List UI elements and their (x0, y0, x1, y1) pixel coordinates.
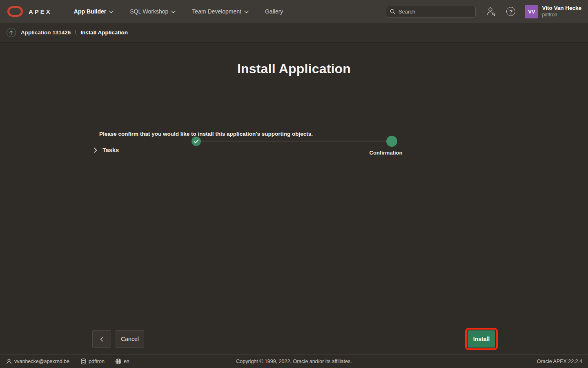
help-button[interactable]: ? (504, 5, 517, 18)
database-icon (80, 358, 87, 365)
wizard-nav-buttons: Cancel (92, 330, 144, 348)
wizard-progress-line (196, 141, 392, 141)
nav-gallery-label: Gallery (265, 8, 283, 15)
search-box[interactable] (386, 6, 476, 18)
chevron-left-icon (100, 337, 103, 342)
search-input[interactable] (399, 9, 472, 15)
breadcrumb-current: Install Application (80, 29, 128, 36)
install-button[interactable]: Install (468, 330, 495, 348)
previous-step-button[interactable] (92, 330, 111, 348)
apex-version: Oracle APEX 22.2.4 (537, 359, 582, 364)
wizard-step-current (386, 136, 397, 147)
user-wrench-icon (486, 7, 497, 16)
cancel-button[interactable]: Cancel (116, 330, 144, 348)
footer-language[interactable]: en (115, 358, 129, 365)
wizard-step-label: Confirmation (359, 150, 412, 156)
footer-user[interactable]: vvanhecke@apexrnd.be (6, 358, 69, 365)
nav-team-development[interactable]: Team Development (184, 0, 257, 23)
nav-app-builder[interactable]: App Builder (66, 0, 122, 23)
footer-user-email: vvanhecke@apexrnd.be (14, 359, 69, 364)
search-icon (390, 9, 395, 15)
avatar: VV (525, 5, 538, 18)
checkmark-icon (194, 139, 199, 144)
chevron-down-icon (244, 11, 249, 13)
nav-gallery[interactable]: Gallery (257, 0, 291, 23)
chevron-right-icon (94, 148, 97, 153)
chevron-down-icon (109, 11, 114, 13)
footer-workspace-name: pdftron (89, 359, 105, 364)
nav-team-development-label: Team Development (192, 8, 241, 15)
chevron-down-icon (171, 11, 176, 13)
footer-language-code: en (124, 359, 129, 364)
user-account-menu[interactable]: VV Vito Van Hecke pdftron (525, 5, 581, 18)
up-level-button[interactable] (7, 28, 16, 37)
confirmation-message: Please confirm that you would like to in… (99, 131, 313, 137)
oracle-logo-icon[interactable] (7, 6, 23, 17)
person-icon (6, 358, 12, 365)
apex-brand[interactable]: APEX (29, 8, 52, 15)
breadcrumb-separator: \ (75, 29, 76, 36)
arrow-up-icon (9, 30, 13, 35)
top-navigation-bar: APEX App Builder SQL Workshop Team Devel… (0, 0, 588, 23)
globe-icon (115, 358, 122, 365)
footer: vvanhecke@apexrnd.be pdftron en Copyrigh… (0, 355, 588, 368)
tasks-label: Tasks (102, 147, 119, 153)
tasks-collapsible[interactable]: Tasks (94, 147, 119, 153)
user-meta: Vito Van Hecke pdftron (542, 5, 581, 18)
wizard-step-completed (192, 137, 201, 146)
user-name: Vito Van Hecke (542, 5, 581, 12)
nav-app-builder-label: App Builder (74, 8, 106, 15)
footer-workspace[interactable]: pdftron (80, 358, 105, 365)
administration-button[interactable] (485, 5, 498, 18)
header-right-tools: ? VV Vito Van Hecke pdftron (386, 5, 581, 18)
main-menu: App Builder SQL Workshop Team Developmen… (66, 0, 291, 23)
install-application-page: Install Application Confirmation Please … (0, 43, 588, 355)
breadcrumb: Application 131426 \ Install Application (0, 23, 588, 43)
page-title: Install Application (0, 61, 588, 76)
user-workspace: pdftron (542, 12, 581, 18)
nav-sql-workshop[interactable]: SQL Workshop (122, 0, 184, 23)
breadcrumb-parent[interactable]: Application 131426 (21, 29, 71, 36)
question-mark-icon: ? (506, 7, 515, 16)
nav-sql-workshop-label: SQL Workshop (130, 8, 168, 15)
